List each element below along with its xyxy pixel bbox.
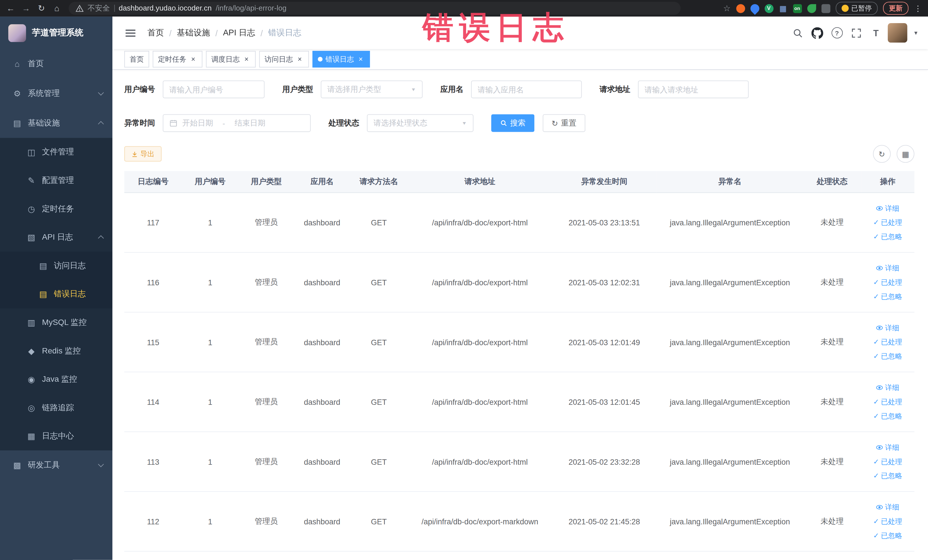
processed-label: 已处理 <box>881 455 902 468</box>
back-icon[interactable]: ← <box>3 1 18 15</box>
app-name-input[interactable] <box>471 81 582 98</box>
column-settings-button[interactable]: ▦ <box>897 145 914 163</box>
detail-link[interactable]: 详细 <box>876 441 899 454</box>
processed-link[interactable]: ✓已处理 <box>873 455 902 468</box>
ignored-label: 已忽略 <box>881 350 902 363</box>
sidebar-item-home[interactable]: ⌂ 首页 <box>0 49 112 79</box>
filter-row-2: 异常时间 开始日期 - 结束日期 处理状态 请选择处理状态 ▼ <box>124 114 914 132</box>
url-bar[interactable]: 不安全 dashboard.yudao.iocoder.cn/infra/log… <box>69 2 681 15</box>
breadcrumb-item[interactable]: 基础设施 <box>177 27 210 38</box>
ignored-link[interactable]: ✓已忽略 <box>873 469 902 482</box>
sidebar-item-system[interactable]: ⚙ 系统管理 <box>0 79 112 108</box>
help-icon[interactable]: ? <box>829 25 845 41</box>
search-button[interactable]: 搜索 <box>491 114 534 132</box>
sidebar-item-accesslog[interactable]: ▤ 访问日志 <box>0 252 112 280</box>
extension-leaf-icon[interactable] <box>807 4 816 12</box>
sidebar-item-devtools[interactable]: ▩ 研发工具 <box>0 450 112 480</box>
exception-time-label: 异常时间 <box>124 118 155 128</box>
close-icon[interactable]: × <box>296 55 304 63</box>
ignored-link[interactable]: ✓已忽略 <box>873 230 902 243</box>
processed-link[interactable]: ✓已处理 <box>873 276 902 289</box>
tab-access-log[interactable]: 访问日志 × <box>259 51 309 67</box>
mysql-icon: ▥ <box>26 318 37 327</box>
user-type-select[interactable]: 请选择用户类型 ▼ <box>321 81 423 98</box>
sidebar-item-errorlog[interactable]: ▤ 错误日志 <box>0 280 112 308</box>
tab-job[interactable]: 定时任务 × <box>153 51 202 67</box>
tab-job-log[interactable]: 调度日志 × <box>206 51 256 67</box>
sidebar-item-config[interactable]: ✎ 配置管理 <box>0 166 112 195</box>
detail-link[interactable]: 详细 <box>876 262 899 275</box>
sidebar-item-infra[interactable]: ▤ 基础设施 <box>0 108 112 138</box>
tab-error-log[interactable]: 错误日志 × <box>312 51 370 67</box>
detail-link[interactable]: 详细 <box>876 322 899 335</box>
processed-link[interactable]: ✓已处理 <box>873 515 902 528</box>
close-icon[interactable]: × <box>189 55 197 63</box>
browser-menu-icon[interactable]: ⋮ <box>914 4 922 12</box>
avatar[interactable] <box>888 23 907 43</box>
ignored-link[interactable]: ✓已忽略 <box>873 290 902 303</box>
close-icon[interactable]: × <box>243 55 250 63</box>
processed-link[interactable]: ✓已处理 <box>873 395 902 409</box>
github-icon[interactable] <box>810 25 825 41</box>
ignored-link[interactable]: ✓已忽略 <box>873 350 902 363</box>
detail-link[interactable]: 详细 <box>876 500 899 514</box>
detail-link[interactable]: 详细 <box>876 381 899 394</box>
tab-home[interactable]: 首页 <box>124 51 149 67</box>
extension-v-icon[interactable]: V <box>764 4 773 12</box>
sidebar-item-mysql[interactable]: ▥ MySQL 监控 <box>0 308 112 337</box>
sidebar-item-apilog[interactable]: ▧ API 日志 <box>0 223 112 252</box>
cell-time: 2021-05-02 23:32:28 <box>552 432 656 491</box>
extension-on-badge[interactable]: on <box>793 4 801 12</box>
table-row: 117 1 管理员 dashboard GET /api/infra/db-do… <box>124 192 914 252</box>
avatar-caret-icon[interactable]: ▼ <box>913 30 919 36</box>
reload-icon[interactable]: ↻ <box>34 1 49 15</box>
sidebar-item-trace[interactable]: ◎ 链路追踪 <box>0 394 112 422</box>
search-button-label: 搜索 <box>510 118 525 128</box>
ignored-link[interactable]: ✓已忽略 <box>873 529 902 542</box>
security-label[interactable]: 不安全 <box>88 3 110 13</box>
user-id-input[interactable] <box>163 81 265 98</box>
cell-user-id: 1 <box>182 372 238 432</box>
extension-adblock-icon[interactable] <box>736 4 745 12</box>
extensions-puzzle-icon[interactable] <box>821 4 830 12</box>
search-icon[interactable] <box>790 25 806 41</box>
breadcrumb-item[interactable]: API 日志 <box>223 27 255 38</box>
check-icon: ✓ <box>873 276 879 289</box>
breadcrumb-item[interactable]: 首页 <box>148 27 164 38</box>
check-icon: ✓ <box>873 455 879 468</box>
forward-icon[interactable]: → <box>19 1 33 15</box>
extension-grid-icon[interactable]: ▦ <box>778 4 788 12</box>
paused-pill[interactable]: 已暂停 <box>835 2 878 15</box>
processed-link[interactable]: ✓已处理 <box>873 216 902 229</box>
download-icon <box>131 151 138 157</box>
app-logo[interactable]: 芋道管理系统 <box>0 17 112 49</box>
refresh-table-button[interactable]: ↻ <box>873 145 891 163</box>
request-url-input[interactable] <box>638 81 749 98</box>
process-status-select[interactable]: 请选择处理状态 ▼ <box>367 114 473 132</box>
check-icon: ✓ <box>873 395 879 409</box>
update-button[interactable]: 更新 <box>883 2 908 15</box>
sidebar-item-java[interactable]: ◉ Java 监控 <box>0 365 112 394</box>
ignored-link[interactable]: ✓已忽略 <box>873 410 902 423</box>
col-header: 用户编号 <box>182 171 238 193</box>
font-size-icon[interactable]: T <box>868 25 884 41</box>
browser-home-icon[interactable]: ⌂ <box>50 1 64 15</box>
date-range-picker[interactable]: 开始日期 - 结束日期 <box>163 114 311 132</box>
table-row: 114 1 管理员 dashboard GET /api/infra/db-do… <box>124 372 914 432</box>
sidebar-item-logcenter[interactable]: ▦ 日志中心 <box>0 422 112 450</box>
hamburger-icon[interactable] <box>123 27 138 38</box>
export-button[interactable]: 导出 <box>124 146 162 162</box>
sidebar-item-job[interactable]: ◷ 定时任务 <box>0 195 112 223</box>
cell-log-id: 116 <box>124 252 182 312</box>
sidebar-item-redis[interactable]: ◆ Redis 监控 <box>0 337 112 365</box>
close-icon[interactable]: × <box>357 55 365 63</box>
check-icon: ✓ <box>873 350 879 363</box>
extension-drop-icon[interactable] <box>748 2 761 15</box>
sidebar-item-file[interactable]: ◫ 文件管理 <box>0 138 112 166</box>
reset-button[interactable]: ↻ 重置 <box>543 114 585 132</box>
fullscreen-icon[interactable] <box>849 25 864 41</box>
detail-link[interactable]: 详细 <box>876 202 899 215</box>
bookmark-star-icon[interactable]: ☆ <box>723 3 731 13</box>
cell-status: 未处理 <box>803 192 861 252</box>
processed-link[interactable]: ✓已处理 <box>873 336 902 349</box>
